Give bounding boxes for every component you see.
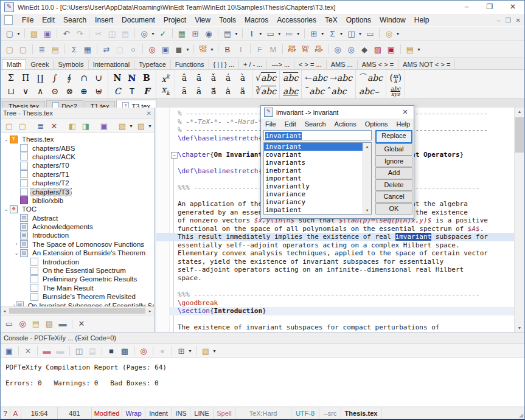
dropdown-arrow-icon[interactable]: ▼: [321, 32, 325, 36]
dropdown-arrow-icon[interactable]: ▼: [417, 47, 421, 52]
dialog-box-icon[interactable]: ▭: [363, 28, 377, 39]
suggestion-item[interactable]: invariancy: [264, 198, 364, 206]
menu-item-tex[interactable]: TeX: [321, 15, 342, 26]
delete-button[interactable]: Delete: [375, 179, 412, 191]
tree-item[interactable]: chapters/ABS: [1, 143, 154, 152]
save-icon[interactable]: ▣: [41, 28, 54, 39]
acrobat-reader-icon[interactable]: ▣: [384, 44, 398, 55]
symbol-button[interactable]: ã: [177, 85, 192, 97]
tree-add-icon[interactable]: ▢: [2, 120, 16, 131]
letter-f-icon[interactable]: F: [253, 44, 266, 55]
cancel-button[interactable]: Cancel: [375, 191, 412, 203]
tree-structure-icon[interactable]: ≣: [35, 44, 49, 55]
undo-icon[interactable]: ↶: [60, 28, 73, 39]
search-folder-icon[interactable]: ▧: [43, 318, 56, 329]
resize-grip-icon[interactable]: ◢: [515, 407, 524, 419]
symbol-button[interactable]: abcxyz: [388, 85, 403, 97]
symbol-button[interactable]: ℕ: [125, 72, 139, 84]
tree-item[interactable]: ⌄❖TOC: [1, 205, 154, 213]
suggestion-list[interactable]: ▲ ▼ invariantcovariantinvariantsinebrian…: [263, 142, 372, 215]
scroll-left-icon[interactable]: ◂: [1, 309, 9, 314]
symbol-button[interactable]: ⊙: [47, 85, 62, 97]
menu-item-document[interactable]: Document: [117, 15, 159, 26]
dropdown-arrow-icon[interactable]: ▼: [16, 32, 21, 36]
symbol-tab-4[interactable]: Typeface: [134, 60, 171, 69]
menu-item-accessories[interactable]: Accessories: [273, 15, 321, 26]
symbol-tab-3[interactable]: International: [89, 60, 135, 69]
symbol-tab-9[interactable]: < > = ...: [294, 60, 327, 69]
dropdown-arrow-icon[interactable]: ▼: [277, 32, 282, 36]
symbol-button[interactable]: abc⌣: [358, 85, 381, 97]
symbol-tab-2[interactable]: Symbols: [54, 60, 88, 69]
fullscreen-icon[interactable]: ▣: [159, 44, 172, 55]
tree-export-icon[interactable]: ◨: [79, 120, 92, 131]
status-cell-spell[interactable]: Spell: [214, 407, 235, 419]
dropdown-arrow-icon[interactable]: ▼: [212, 349, 217, 353]
dropdown-arrow-icon[interactable]: ▼: [358, 32, 363, 36]
output-bar-icon[interactable]: ▬: [56, 318, 69, 329]
ok-button[interactable]: OK: [375, 203, 412, 215]
status-cell-tex-hard[interactable]: TeX:Hard: [235, 407, 291, 419]
symbol-button[interactable]: á: [221, 72, 235, 84]
symbol-tab-7[interactable]: + / - ...: [239, 60, 267, 69]
bullet-list-icon[interactable]: ≔: [283, 28, 296, 39]
scroll-down-icon[interactable]: ▼: [363, 207, 371, 214]
italic-style-icon[interactable]: I: [245, 28, 259, 39]
dropdown-arrow-icon[interactable]: ▼: [186, 47, 190, 52]
symbol-button[interactable]: à: [235, 72, 250, 84]
symbol-tab-1[interactable]: Greek: [26, 60, 54, 69]
status-cell-thesis-tex[interactable]: Thesis.tex: [341, 407, 381, 419]
suggestion-item[interactable]: invariantly: [264, 182, 364, 190]
tree-item[interactable]: chapters/T1: [1, 170, 154, 179]
gather-icon[interactable]: ▤: [49, 44, 62, 55]
console-close-icon[interactable]: ✕: [21, 345, 35, 356]
equation-menu-icon[interactable]: Σ: [326, 28, 339, 39]
symbol-button[interactable]: xk: [158, 83, 173, 99]
scroll-right-icon[interactable]: ▸: [146, 309, 154, 314]
suggestion-item[interactable]: important: [264, 174, 364, 182]
dialog-menu-item-help[interactable]: Help: [392, 120, 415, 128]
suggestion-item[interactable]: impatient: [264, 206, 364, 214]
tree-delete-icon[interactable]: ✕: [47, 120, 61, 131]
mdi-minimize-button[interactable]: –: [497, 17, 501, 24]
hyperlink-icon[interactable]: ◉: [202, 28, 215, 39]
symbol-button[interactable]: ⊔: [4, 85, 18, 97]
symbol-button[interactable]: ă: [192, 72, 206, 84]
console-table-icon[interactable]: ⊞: [175, 345, 188, 356]
spell-check-icon[interactable]: ✓: [156, 28, 170, 39]
expander-icon[interactable]: ⌄: [3, 207, 9, 212]
symbol-button[interactable]: abc: [282, 85, 299, 97]
dropdown-arrow-icon[interactable]: ▼: [296, 32, 301, 36]
ignore-button[interactable]: Ignore: [375, 156, 412, 168]
letter-m-icon[interactable]: M: [266, 44, 280, 55]
tree-item[interactable]: ▤Acknowledgements: [1, 222, 154, 231]
status-cell-wrap[interactable]: Wrap: [122, 407, 145, 419]
symbol-button[interactable]: ǎ: [206, 72, 221, 84]
symbol-button[interactable]: ←abc: [304, 72, 329, 84]
symbol-button[interactable]: F: [139, 85, 154, 97]
tree-item[interactable]: chapters/T2: [1, 179, 154, 187]
fold-collapse-icon[interactable]: –: [171, 152, 178, 159]
acrobat-icon[interactable]: ▨: [371, 44, 384, 55]
trash-icon[interactable]: ◼: [172, 44, 186, 55]
global-replace-button[interactable]: Global Replace: [375, 143, 412, 156]
erase-icon[interactable]: ▬: [40, 345, 54, 356]
symbol-tab-10[interactable]: AMS ...: [327, 60, 358, 69]
zoom-warn-icon[interactable]: ◎: [145, 44, 159, 55]
find-dvi-icon[interactable]: ◎: [344, 44, 358, 55]
scroll-thumb[interactable]: [9, 308, 145, 314]
symbol-tab-12[interactable]: AMS NOT < > =: [398, 60, 455, 69]
symbol-button[interactable]: ˆabc: [325, 85, 347, 97]
status-cell-modified[interactable]: Modified: [92, 407, 122, 419]
status-cell-16-64[interactable]: 16:64: [21, 407, 58, 419]
close-panel-icon[interactable]: ✕: [75, 318, 88, 329]
console-folder-icon[interactable]: ▧: [199, 345, 212, 356]
tree-build-icon[interactable]: ≣: [34, 120, 47, 131]
menu-item-edit[interactable]: Edit: [38, 15, 59, 26]
status-cell--[interactable]: ?: [1, 407, 10, 419]
list-scrollbar[interactable]: ▲ ▼: [363, 143, 371, 214]
symbol-tab-6[interactable]: { | | } ...: [209, 60, 239, 69]
symbol-tab-0[interactable]: Math: [2, 59, 26, 69]
symbol-button[interactable]: ∧: [33, 85, 47, 97]
console-panel-icon[interactable]: ▣: [2, 345, 16, 356]
